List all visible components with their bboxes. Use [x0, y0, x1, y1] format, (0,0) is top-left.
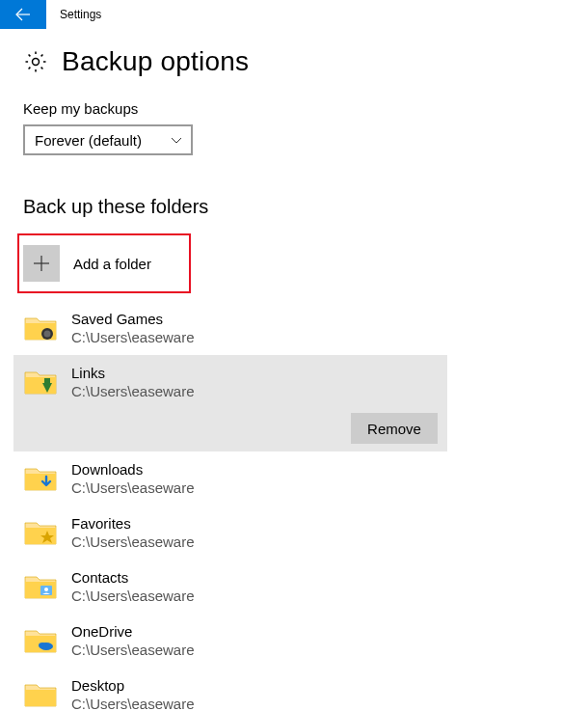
- folder-icon: [23, 367, 58, 397]
- highlight-annotation: Add a folder: [17, 233, 191, 293]
- page-header: Backup options: [23, 46, 565, 77]
- keep-backups-label: Keep my backups: [23, 100, 565, 117]
- page-title: Backup options: [62, 46, 249, 77]
- plus-icon-box: [23, 245, 60, 282]
- remove-button[interactable]: Remove: [351, 413, 438, 444]
- folder-item-onedrive[interactable]: OneDrive C:\Users\easeware: [13, 614, 565, 668]
- chevron-down-icon: [170, 133, 183, 147]
- titlebar: Settings: [0, 0, 588, 29]
- folder-name: Contacts: [71, 569, 195, 586]
- back-arrow-icon: [13, 5, 33, 24]
- folder-list: Saved Games C:\Users\easeware Links C:\U…: [13, 301, 565, 711]
- folder-name: Favorites: [71, 515, 195, 532]
- gear-icon: [23, 49, 48, 74]
- add-folder-label: Add a folder: [73, 256, 151, 272]
- folder-path: C:\Users\easeware: [71, 642, 195, 658]
- folder-item-favorites[interactable]: Favorites C:\Users\easeware: [13, 506, 565, 560]
- folder-text: Downloads C:\Users\easeware: [71, 461, 195, 496]
- keep-backups-dropdown[interactable]: Forever (default): [23, 124, 193, 155]
- folder-name: Downloads: [71, 461, 195, 478]
- folder-path: C:\Users\easeware: [71, 588, 195, 604]
- folder-text: Saved Games C:\Users\easeware: [71, 311, 195, 345]
- folder-path: C:\Users\easeware: [71, 479, 195, 496]
- folder-path: C:\Users\easeware: [71, 696, 195, 711]
- folder-item-desktop[interactable]: Desktop C:\Users\easeware: [13, 668, 565, 711]
- keep-backups-value: Forever (default): [35, 132, 142, 149]
- folder-text: Links C:\Users\easeware: [71, 365, 195, 399]
- add-folder-button[interactable]: Add a folder: [23, 239, 185, 287]
- folder-item-saved-games[interactable]: Saved Games C:\Users\easeware: [13, 301, 565, 355]
- folder-path: C:\Users\easeware: [71, 329, 195, 345]
- content-area: Backup options Keep my backups Forever (…: [0, 29, 588, 711]
- svg-point-5: [44, 331, 51, 338]
- svg-point-10: [39, 643, 46, 648]
- folder-text: OneDrive C:\Users\easeware: [71, 623, 195, 658]
- folder-item-downloads[interactable]: Downloads C:\Users\easeware: [13, 451, 565, 506]
- folder-text: Favorites C:\Users\easeware: [71, 515, 195, 550]
- folder-icon: [23, 625, 58, 656]
- folder-icon: [23, 679, 58, 710]
- back-button[interactable]: [0, 0, 46, 29]
- folder-text: Contacts C:\Users\easeware: [71, 569, 195, 604]
- plus-icon: [31, 253, 52, 274]
- folder-name: Links: [71, 365, 195, 381]
- folder-item-contacts[interactable]: Contacts C:\Users\easeware: [13, 560, 565, 614]
- folder-item-links[interactable]: Links C:\Users\easeware Remove: [13, 355, 447, 451]
- svg-rect-6: [44, 378, 50, 384]
- folder-path: C:\Users\easeware: [71, 383, 195, 399]
- folder-icon: [23, 463, 58, 494]
- window-title: Settings: [60, 8, 101, 21]
- folder-text: Desktop C:\Users\easeware: [71, 677, 195, 711]
- folder-name: Desktop: [71, 677, 195, 694]
- folder-name: Saved Games: [71, 311, 195, 327]
- folder-icon: [23, 517, 58, 548]
- folder-name: OneDrive: [71, 623, 195, 640]
- folders-section-title: Back up these folders: [23, 196, 565, 218]
- folder-icon: [23, 571, 58, 602]
- svg-point-1: [33, 59, 40, 66]
- folder-icon: [23, 313, 58, 343]
- svg-point-8: [44, 588, 48, 591]
- folder-path: C:\Users\easeware: [71, 533, 195, 550]
